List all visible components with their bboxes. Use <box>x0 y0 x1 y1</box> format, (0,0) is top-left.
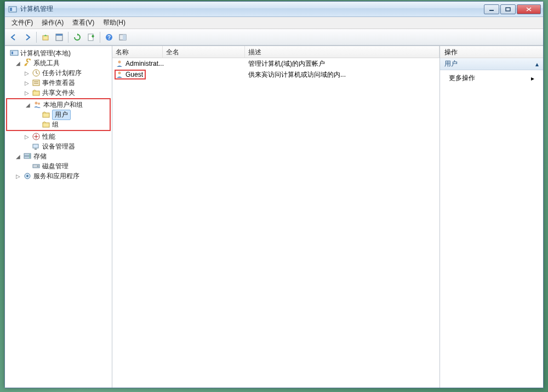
actions-more[interactable]: 更多操作 ▸ <box>440 70 543 86</box>
app-icon <box>8 5 17 14</box>
svg-rect-6 <box>43 36 48 40</box>
tree-users[interactable]: 用户 <box>7 110 110 120</box>
toolbar-properties[interactable] <box>53 31 66 44</box>
folder-icon <box>42 110 50 119</box>
collapse-icon[interactable]: ◢ <box>25 102 31 108</box>
user-row-administrator[interactable]: Administrat... 管理计算机(域)的内置帐户 <box>112 58 439 69</box>
toolbar-separator <box>100 32 100 43</box>
actions-section-users[interactable]: 用户 ▴ <box>440 58 543 70</box>
svg-point-16 <box>25 64 27 66</box>
tree-groups[interactable]: 组 <box>7 120 110 129</box>
svg-point-37 <box>26 175 28 177</box>
shared-folder-icon <box>32 88 41 97</box>
actions-header: 操作 <box>440 46 543 58</box>
toolbar-forward[interactable] <box>21 31 34 44</box>
tools-icon <box>23 59 32 67</box>
tree-disk-management[interactable]: 磁盘管理 <box>6 161 111 171</box>
tree-pane: 计算机管理(本地) ◢ 系统工具 ▷ 任务计划程序 ▷ 事件查看器 <box>5 46 112 388</box>
toolbar-refresh[interactable] <box>71 31 84 44</box>
annotation-highlight-guest: Guest <box>115 70 146 79</box>
toolbar-back[interactable] <box>7 31 20 44</box>
services-icon <box>23 172 32 180</box>
svg-point-33 <box>29 157 30 158</box>
column-description[interactable]: 描述 <box>245 46 439 58</box>
user-row-guest[interactable]: Guest 供来宾访问计算机或访问域的内... <box>112 69 439 80</box>
user-icon <box>116 71 123 78</box>
toolbar-up[interactable] <box>39 31 52 44</box>
chevron-right-icon: ▸ <box>531 75 534 82</box>
svg-point-39 <box>118 72 121 75</box>
tree: 计算机管理(本地) ◢ 系统工具 ▷ 任务计划程序 ▷ 事件查看器 <box>5 46 112 183</box>
svg-rect-13 <box>123 35 126 40</box>
computer-management-icon <box>10 49 19 58</box>
expand-icon[interactable]: ▷ <box>24 80 30 86</box>
tree-shared-folders[interactable]: ▷ 共享文件夹 <box>6 88 111 98</box>
window-controls <box>484 4 541 14</box>
svg-point-27 <box>36 136 37 138</box>
svg-point-35 <box>37 166 39 167</box>
collapse-icon[interactable]: ◢ <box>15 154 21 160</box>
clock-icon <box>32 69 41 77</box>
svg-rect-21 <box>33 91 39 95</box>
list-header: 名称 全名 描述 <box>112 46 439 58</box>
svg-rect-25 <box>43 123 49 127</box>
column-name[interactable]: 名称 <box>112 46 163 58</box>
tree-root[interactable]: 计算机管理(本地) <box>6 48 111 58</box>
svg-rect-15 <box>12 52 13 54</box>
maximize-button[interactable] <box>500 4 516 14</box>
svg-rect-1 <box>10 8 12 11</box>
titlebar[interactable]: 计算机管理 <box>5 2 543 17</box>
toolbar-separator <box>68 32 68 43</box>
tree-local-users-groups[interactable]: ◢ 本地用户和组 <box>7 100 110 110</box>
tree-task-scheduler[interactable]: ▷ 任务计划程序 <box>6 68 111 78</box>
expand-icon[interactable]: ▷ <box>24 90 30 96</box>
list-body: Administrat... 管理计算机(域)的内置帐户 Guest 供来宾访问… <box>112 58 439 388</box>
disk-icon <box>32 162 41 171</box>
annotation-highlight-tree: ◢ 本地用户和组 用户 组 <box>6 98 111 131</box>
close-button[interactable] <box>517 4 541 14</box>
user-icon <box>116 60 123 67</box>
performance-icon <box>32 132 41 141</box>
svg-rect-29 <box>35 149 37 150</box>
event-viewer-icon <box>32 78 41 87</box>
tree-services-apps[interactable]: ▷ 服务和应用程序 <box>6 171 111 181</box>
menu-file[interactable]: 文件(F) <box>7 17 37 29</box>
app-window: 计算机管理 文件(F) 操作(A) 查看(V) 帮助(H) ? <box>4 1 544 388</box>
actions-pane: 操作 用户 ▴ 更多操作 ▸ <box>440 46 543 388</box>
toolbar: ? <box>5 29 543 46</box>
folder-icon <box>42 120 50 129</box>
toolbar-export[interactable] <box>84 31 98 44</box>
collapse-icon[interactable]: ◢ <box>15 60 21 66</box>
svg-point-32 <box>29 154 30 155</box>
menu-view[interactable]: 查看(V) <box>68 17 99 29</box>
tree-performance[interactable]: ▷ 性能 <box>6 132 111 141</box>
list-pane: 名称 全名 描述 Administrat... 管理计算机(域)的内置帐户 <box>112 46 440 388</box>
svg-point-23 <box>38 103 40 105</box>
tree-system-tools[interactable]: ◢ 系统工具 <box>6 58 111 68</box>
tree-storage[interactable]: ◢ 存储 <box>6 151 111 161</box>
svg-rect-28 <box>33 144 38 148</box>
expand-icon[interactable]: ▷ <box>24 70 30 76</box>
menu-help[interactable]: 帮助(H) <box>99 17 130 29</box>
expand-icon[interactable]: ▷ <box>24 134 30 140</box>
menu-action[interactable]: 操作(A) <box>37 17 68 29</box>
users-groups-icon <box>33 100 42 109</box>
minimize-button[interactable] <box>484 4 499 14</box>
svg-point-38 <box>118 61 121 64</box>
svg-text:?: ? <box>107 35 111 41</box>
svg-rect-24 <box>43 113 49 117</box>
svg-point-22 <box>35 102 38 105</box>
window-title: 计算机管理 <box>20 4 484 14</box>
storage-icon <box>23 152 32 161</box>
column-fullname[interactable]: 全名 <box>163 46 245 58</box>
tree-device-manager[interactable]: 设备管理器 <box>6 141 111 151</box>
tree-event-viewer[interactable]: ▷ 事件查看器 <box>6 78 111 88</box>
menubar: 文件(F) 操作(A) 查看(V) 帮助(H) <box>5 17 543 29</box>
toolbar-help[interactable]: ? <box>102 31 116 44</box>
toolbar-show-hide[interactable] <box>116 31 129 44</box>
svg-rect-8 <box>56 34 62 36</box>
svg-rect-18 <box>33 80 39 86</box>
toolbar-separator <box>36 32 37 43</box>
expand-icon[interactable]: ▷ <box>15 173 21 179</box>
collapse-up-icon: ▴ <box>535 60 539 68</box>
